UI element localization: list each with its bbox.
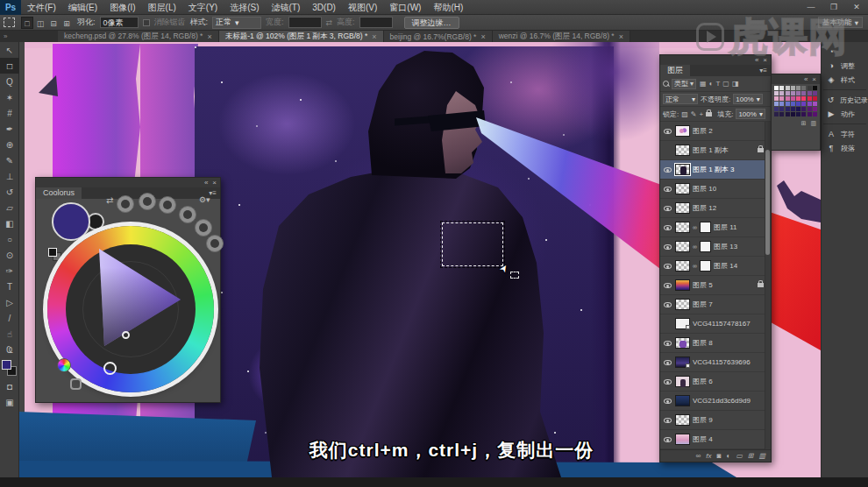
- menu-item[interactable]: 图层(L): [142, 0, 182, 15]
- history-brush-tool[interactable]: ↺: [0, 184, 19, 200]
- dock-adjustments[interactable]: ◑调整: [822, 59, 868, 73]
- document-tab[interactable]: 未标题-1 @ 102% (图层 1 副本 3, RGB/8) *×: [219, 31, 384, 42]
- color-swatch[interactable]: [786, 91, 790, 95]
- pen-tool[interactable]: ✑: [0, 263, 19, 279]
- zoom-tool[interactable]: Ҩ: [0, 342, 19, 357]
- harmony-tetrad-button[interactable]: [179, 206, 196, 223]
- selection-intersect[interactable]: ⊞: [60, 17, 73, 29]
- brush-tool[interactable]: ✎: [0, 152, 19, 168]
- color-swatch[interactable]: [774, 91, 779, 95]
- color-swatch[interactable]: [796, 91, 800, 95]
- dock-top-partial[interactable]: ◔: [822, 45, 868, 59]
- color-swatch[interactable]: [791, 107, 795, 111]
- color-swatch[interactable]: [813, 112, 817, 116]
- filter-kind-type-icon[interactable]: T: [715, 80, 720, 88]
- harmony-complementary-button[interactable]: [139, 193, 156, 210]
- layer-mask-thumbnail[interactable]: [700, 222, 711, 233]
- new-group-icon[interactable]: ▭: [736, 452, 743, 460]
- menu-item[interactable]: 文件(F): [21, 0, 62, 15]
- harmony-triad-button[interactable]: [159, 196, 176, 214]
- dock-history[interactable]: ↺历史记录: [822, 93, 868, 107]
- layer-row[interactable]: ∞图层 11: [660, 218, 771, 237]
- close-icon[interactable]: ×: [763, 56, 767, 64]
- layer-thumbnail[interactable]: [675, 183, 690, 194]
- layer-thumbnail[interactable]: [675, 145, 690, 156]
- visibility-eye-icon[interactable]: [664, 264, 672, 269]
- magic-wand-tool[interactable]: ✶: [0, 89, 19, 105]
- color-swatch[interactable]: [808, 91, 812, 95]
- color-swatch[interactable]: [808, 102, 812, 106]
- color-swatch[interactable]: [774, 86, 779, 90]
- dock-styles[interactable]: ◈样式: [822, 73, 868, 87]
- path-selection-tool[interactable]: ▷: [0, 294, 19, 310]
- visibility-eye-icon[interactable]: [664, 283, 672, 288]
- color-swatch[interactable]: [808, 112, 812, 116]
- lock-icon[interactable]: +: [700, 110, 704, 118]
- lock-icon[interactable]: ▨: [681, 110, 688, 118]
- visibility-eye-icon[interactable]: [664, 244, 672, 250]
- height-input[interactable]: [359, 17, 393, 28]
- type-tool[interactable]: T: [0, 279, 19, 294]
- clone-stamp-tool[interactable]: ⊥: [0, 168, 19, 184]
- blend-mode-select[interactable]: 正常▾: [663, 94, 698, 104]
- gradient-tool[interactable]: ◧: [0, 215, 19, 231]
- layer-thumbnail[interactable]: [675, 299, 690, 310]
- workspace-switcher[interactable]: 基本功能▾: [818, 17, 863, 28]
- blur-tool[interactable]: ○: [0, 231, 19, 247]
- color-swatch[interactable]: [796, 86, 800, 90]
- harmony-analogous-button[interactable]: [195, 219, 212, 236]
- tab-close-icon[interactable]: ×: [372, 32, 376, 41]
- visibility-cell[interactable]: [662, 264, 672, 269]
- color-swatch[interactable]: [801, 91, 806, 95]
- scrollbar[interactable]: [765, 122, 771, 449]
- visibility-eye-icon[interactable]: [664, 437, 672, 442]
- visibility-cell[interactable]: [662, 360, 672, 365]
- color-swatch[interactable]: [813, 86, 817, 90]
- layer-thumbnail[interactable]: [675, 395, 690, 406]
- panel-menu-icon[interactable]: ▾≡: [209, 189, 220, 197]
- color-swatch[interactable]: [813, 96, 817, 101]
- menu-item[interactable]: 滤镜(T): [266, 0, 307, 15]
- selection-subtract[interactable]: ⊟: [47, 17, 60, 29]
- layer-thumbnail[interactable]: [675, 318, 690, 329]
- layer-thumbnail[interactable]: [675, 414, 690, 426]
- antialias-checkbox[interactable]: [143, 19, 150, 26]
- visibility-cell[interactable]: [662, 379, 672, 385]
- color-swatch[interactable]: [791, 112, 795, 116]
- color-swatch[interactable]: [796, 112, 800, 116]
- layer-row[interactable]: VCG41157478167: [660, 314, 771, 334]
- tool-preset-icon[interactable]: [4, 18, 15, 27]
- layer-row[interactable]: ∞图层 14: [660, 257, 771, 276]
- harmony-accented-button[interactable]: [206, 235, 224, 252]
- layer-mask-thumbnail[interactable]: [700, 241, 711, 252]
- layer-row[interactable]: 图层 6: [660, 372, 771, 392]
- visibility-eye-icon[interactable]: [664, 129, 672, 134]
- layer-thumbnail[interactable]: [675, 376, 690, 387]
- color-swatch[interactable]: [796, 102, 800, 106]
- visibility-cell[interactable]: [662, 437, 672, 442]
- color-swatch[interactable]: [779, 91, 784, 95]
- dock-actions[interactable]: ▶动作: [822, 107, 868, 121]
- layer-thumbnail[interactable]: [675, 356, 690, 368]
- link-layers-icon[interactable]: ∞: [696, 452, 701, 460]
- style-select[interactable]: 正常▾: [212, 17, 261, 29]
- collapse-icon[interactable]: «: [755, 56, 758, 64]
- layer-thumbnail[interactable]: [675, 260, 690, 272]
- foreground-color[interactable]: [2, 360, 11, 370]
- crop-tool[interactable]: #: [0, 105, 19, 121]
- layer-mask-thumbnail[interactable]: [700, 260, 711, 272]
- filter-kind-select[interactable]: 类型▾: [672, 79, 696, 89]
- color-swatch[interactable]: [813, 102, 817, 106]
- new-swatch-icon[interactable]: ⊞: [801, 120, 807, 127]
- healing-brush-tool[interactable]: ⊕: [0, 137, 19, 152]
- color-swatch[interactable]: [801, 112, 806, 116]
- layer-row[interactable]: 图层 7: [660, 295, 771, 314]
- layer-thumbnail[interactable]: [675, 337, 690, 349]
- swap-colors-icon[interactable]: ⇄: [106, 195, 113, 205]
- layer-row[interactable]: 图层 12: [660, 199, 771, 218]
- document-tab[interactable]: wenzi @ 16.7% (图层 14, RGB/8) *×: [493, 31, 630, 42]
- color-swatch[interactable]: [791, 102, 795, 106]
- visibility-cell[interactable]: [662, 418, 672, 423]
- restore-button[interactable]: ❐: [822, 0, 845, 15]
- color-swatch[interactable]: [791, 86, 795, 90]
